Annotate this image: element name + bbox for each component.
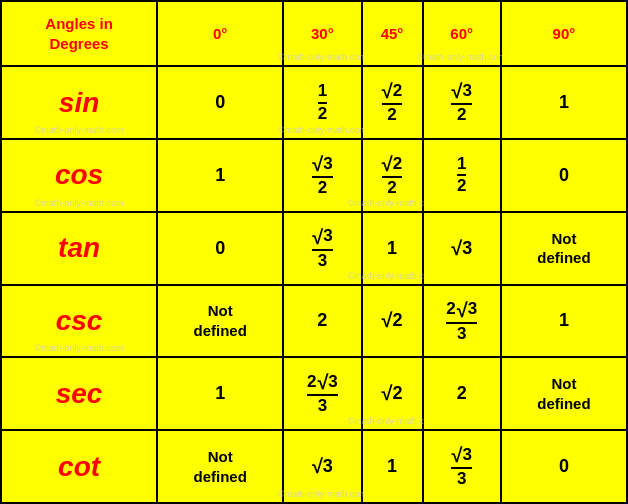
sec-45: √2 ©math-only-math.com — [362, 357, 423, 430]
tan-30: √33 — [283, 212, 361, 285]
cot-0: Notdefined — [157, 430, 283, 503]
sec-0: 1 — [157, 357, 283, 430]
sec-90: Notdefined — [501, 357, 627, 430]
cos-30: √32 — [283, 139, 361, 212]
cos-label: cos ©math-only-math.com — [1, 139, 157, 212]
angles-in-degrees-header: Angles inDegrees — [1, 1, 157, 66]
sin-0: 0 — [157, 66, 283, 139]
sin-30: 12 ©math-only-math.com — [283, 66, 361, 139]
sin-60: √32 — [423, 66, 501, 139]
sec-label: sec — [1, 357, 157, 430]
tan-0: 0 — [157, 212, 283, 285]
tan-60: √3 — [423, 212, 501, 285]
csc-0: Notdefined — [157, 285, 283, 358]
cot-30: √3 ©math-only-math.com — [283, 430, 361, 503]
csc-30: 2 — [283, 285, 361, 358]
tan-label: tan — [1, 212, 157, 285]
cos-45: √22 ©math-only-math.com — [362, 139, 423, 212]
csc-label: csc ©math-only-math.com — [1, 285, 157, 358]
csc-60: 2√33 — [423, 285, 501, 358]
sin-90: 1 — [501, 66, 627, 139]
cot-90: 0 — [501, 430, 627, 503]
cos-0: 1 — [157, 139, 283, 212]
tan-90: Notdefined — [501, 212, 627, 285]
cot-45: 1 — [362, 430, 423, 503]
cos-60: 12 — [423, 139, 501, 212]
angle-60-header: 60° ©math-only-math.com — [423, 1, 501, 66]
cot-label: cot — [1, 430, 157, 503]
sin-45: √22 — [362, 66, 423, 139]
tan-45: 1 ©math-only-math.com — [362, 212, 423, 285]
sec-30: 2√33 — [283, 357, 361, 430]
csc-45: √2 — [362, 285, 423, 358]
angle-0-header: 0° — [157, 1, 283, 66]
cot-60: √33 — [423, 430, 501, 503]
csc-90: 1 — [501, 285, 627, 358]
angle-30-header: 30° ©math-only-math.com — [283, 1, 361, 66]
angle-90-header: 90° — [501, 1, 627, 66]
sec-60: 2 — [423, 357, 501, 430]
cos-90: 0 — [501, 139, 627, 212]
sin-label: sin ©math-only-math.com — [1, 66, 157, 139]
angle-45-header: 45° — [362, 1, 423, 66]
